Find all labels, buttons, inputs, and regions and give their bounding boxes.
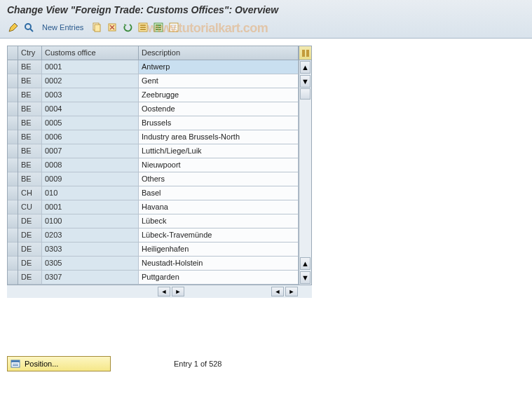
cell-ctry[interactable]: CH xyxy=(18,186,42,200)
table-row[interactable]: BE0005Brussels xyxy=(18,116,299,130)
cell-ctry[interactable]: BE xyxy=(18,116,42,130)
cell-ctry[interactable]: DE xyxy=(18,228,42,242)
cell-office[interactable]: 0307 xyxy=(42,271,139,284)
col-header-office[interactable]: Customs office xyxy=(42,46,139,60)
cell-ctry[interactable]: BE xyxy=(18,74,42,88)
display-icon[interactable] xyxy=(22,21,35,34)
table-row[interactable]: CU0001Havana xyxy=(18,200,299,214)
row-selector[interactable] xyxy=(8,130,18,144)
table-row[interactable]: DE0100Lübeck xyxy=(18,214,299,228)
cell-office[interactable]: 0303 xyxy=(42,243,139,256)
cell-ctry[interactable]: DE xyxy=(18,214,42,228)
cell-office[interactable]: 0006 xyxy=(42,130,139,144)
row-selector[interactable] xyxy=(8,228,18,243)
scroll-down-icon[interactable]: ▼ xyxy=(300,75,311,88)
cell-desc[interactable]: Luttich/Liege/Luik xyxy=(139,144,299,158)
row-selector[interactable] xyxy=(8,172,18,186)
cell-desc[interactable]: Others xyxy=(139,172,299,186)
cell-desc[interactable]: Antwerp xyxy=(139,60,299,74)
col-header-ctry[interactable]: Ctry xyxy=(18,46,42,60)
row-selector[interactable] xyxy=(8,257,18,271)
scroll-thumb[interactable] xyxy=(300,88,311,100)
scroll-down2-icon[interactable]: ▼ xyxy=(300,271,311,284)
scroll-left-icon[interactable]: ◄ xyxy=(158,287,170,296)
cell-desc[interactable]: Puttgarden xyxy=(139,271,299,284)
row-selector[interactable] xyxy=(8,116,18,130)
cell-desc[interactable]: Zeebrugge xyxy=(139,88,299,102)
scroll-right-icon[interactable]: ► xyxy=(172,287,184,296)
cell-office[interactable]: 0001 xyxy=(42,60,139,74)
undo-icon[interactable] xyxy=(121,21,134,34)
cell-ctry[interactable]: BE xyxy=(18,158,42,172)
cell-desc[interactable]: Brussels xyxy=(139,116,299,130)
table-row[interactable]: BE0004Oostende xyxy=(18,102,299,116)
scroll-up-icon[interactable]: ▲ xyxy=(300,61,311,74)
cell-ctry[interactable]: CU xyxy=(18,200,42,214)
row-selector[interactable] xyxy=(8,214,18,228)
new-entries-button[interactable]: New Entries xyxy=(38,22,88,33)
cell-office[interactable]: 0002 xyxy=(42,74,139,88)
table-row[interactable]: DE0203Lübeck-Travemünde xyxy=(18,228,299,243)
delete-icon[interactable] xyxy=(106,21,118,34)
scroll-right2-icon[interactable]: ► xyxy=(285,287,298,296)
scroll-up2-icon[interactable]: ▲ xyxy=(300,257,311,270)
table-row[interactable]: BE0003Zeebrugge xyxy=(18,88,299,102)
cell-office[interactable]: 0004 xyxy=(42,102,139,116)
cell-desc[interactable]: Basel xyxy=(139,186,299,200)
cell-desc[interactable]: Nieuwpoort xyxy=(139,158,299,172)
cell-office[interactable]: 0203 xyxy=(42,228,139,242)
row-selector[interactable] xyxy=(8,158,18,172)
row-selector[interactable] xyxy=(8,271,18,285)
cell-office[interactable]: 0001 xyxy=(42,200,139,214)
row-selector[interactable] xyxy=(8,88,18,102)
copy-icon[interactable] xyxy=(90,21,103,34)
cell-ctry[interactable]: BE xyxy=(18,130,42,144)
cell-ctry[interactable]: DE xyxy=(18,243,42,256)
row-selector[interactable] xyxy=(8,102,18,116)
cell-ctry[interactable]: BE xyxy=(18,172,42,186)
row-selector-header[interactable] xyxy=(8,46,18,60)
table-row[interactable]: BE0007Luttich/Liege/Luik xyxy=(18,144,299,158)
cell-office[interactable]: 0007 xyxy=(42,144,139,158)
table-row[interactable]: BE0001Antwerp xyxy=(18,60,299,74)
table-row[interactable]: DE0303Heiligenhafen xyxy=(18,243,299,257)
cell-desc[interactable]: Oostende xyxy=(139,102,299,116)
table-row[interactable]: DE0305Neustadt-Holstein xyxy=(18,257,299,271)
row-selector[interactable] xyxy=(8,144,18,158)
configure-columns-icon[interactable] xyxy=(299,46,311,60)
row-selector[interactable] xyxy=(8,74,18,88)
table-row[interactable]: DE0307Puttgarden xyxy=(18,271,299,285)
cell-desc[interactable]: Industry area Brussels-North xyxy=(139,130,299,144)
cell-ctry[interactable]: BE xyxy=(18,60,42,74)
cell-office[interactable]: 0009 xyxy=(42,172,139,186)
row-selector[interactable] xyxy=(8,186,18,200)
table-row[interactable]: BE0006Industry area Brussels-North xyxy=(18,130,299,144)
cell-desc[interactable]: Lübeck-Travemünde xyxy=(139,228,299,242)
row-selector[interactable] xyxy=(8,243,18,257)
col-header-desc[interactable]: Description xyxy=(139,46,299,60)
scroll-track[interactable] xyxy=(299,88,311,257)
cell-office[interactable]: 0003 xyxy=(42,88,139,102)
cell-office[interactable]: 0305 xyxy=(42,257,139,270)
cell-ctry[interactable]: BE xyxy=(18,144,42,158)
cell-desc[interactable]: Neustadt-Holstein xyxy=(139,257,299,270)
cell-desc[interactable]: Havana xyxy=(139,200,299,214)
cell-office[interactable]: 0100 xyxy=(42,214,139,228)
cell-ctry[interactable]: BE xyxy=(18,88,42,102)
cell-desc[interactable]: Gent xyxy=(139,74,299,88)
position-button[interactable]: Position... xyxy=(7,356,111,371)
cell-office[interactable]: 010 xyxy=(42,186,139,200)
cell-ctry[interactable]: DE xyxy=(18,257,42,270)
cell-office[interactable]: 0008 xyxy=(42,158,139,172)
scroll-left2-icon[interactable]: ◄ xyxy=(271,287,284,296)
cell-ctry[interactable]: BE xyxy=(18,102,42,116)
change-icon[interactable] xyxy=(7,21,20,34)
table-row[interactable]: BE0009Others xyxy=(18,172,299,186)
row-selector[interactable] xyxy=(8,60,18,74)
cell-office[interactable]: 0005 xyxy=(42,116,139,130)
row-selector[interactable] xyxy=(8,200,18,214)
table-row[interactable]: BE0008Nieuwpoort xyxy=(18,158,299,172)
table-row[interactable]: BE0002Gent xyxy=(18,74,299,88)
cell-desc[interactable]: Lübeck xyxy=(139,214,299,228)
cell-desc[interactable]: Heiligenhafen xyxy=(139,243,299,256)
